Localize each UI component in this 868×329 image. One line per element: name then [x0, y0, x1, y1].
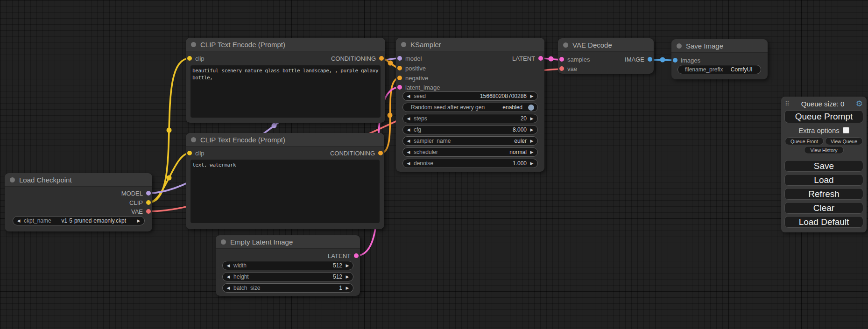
- port-dot-icon[interactable]: [648, 57, 652, 62]
- refresh-button[interactable]: Refresh: [784, 188, 863, 200]
- collapse-dot-icon[interactable]: [221, 239, 226, 245]
- node-title-bar[interactable]: Load Checkpoint: [5, 173, 152, 187]
- collapse-dot-icon[interactable]: [10, 177, 15, 182]
- decrement-arrow-icon[interactable]: ◀: [406, 139, 411, 143]
- port-dot-icon[interactable]: [187, 56, 192, 61]
- widget-batch-size[interactable]: ◀ batch_size 1 ▶: [222, 283, 353, 293]
- output-port-image[interactable]: IMAGE: [625, 56, 652, 63]
- queue-front-button[interactable]: Queue Front: [785, 137, 824, 145]
- port-dot-icon[interactable]: [538, 56, 543, 61]
- decrement-arrow-icon[interactable]: ◀: [226, 274, 231, 279]
- node-title-bar[interactable]: Empty Latent Image: [216, 235, 360, 249]
- port-dot-icon[interactable]: [146, 209, 151, 214]
- input-port-negative[interactable]: negative: [397, 74, 428, 82]
- port-dot-icon[interactable]: [146, 200, 151, 205]
- decrement-arrow-icon[interactable]: ◀: [406, 94, 411, 98]
- save-button[interactable]: Save: [784, 160, 863, 172]
- widget-ckpt-name[interactable]: ◀ ckpt_name v1-5-pruned-emaonly.ckpt ▶: [13, 216, 145, 225]
- widget-sampler-name[interactable]: ◀ sampler_name euler ▶: [402, 136, 538, 146]
- output-port-conditioning[interactable]: CONDITIONING: [331, 55, 384, 62]
- increment-arrow-icon[interactable]: ▶: [529, 94, 534, 98]
- decrement-arrow-icon[interactable]: ◀: [406, 161, 411, 166]
- extra-options-checkbox[interactable]: [843, 127, 849, 133]
- widget-height[interactable]: ◀ height 512 ▶: [222, 272, 353, 281]
- node-ksampler[interactable]: KSampler model positive negative latent_…: [396, 38, 544, 172]
- increment-arrow-icon[interactable]: ▶: [529, 127, 534, 132]
- clear-button[interactable]: Clear: [784, 202, 863, 214]
- port-dot-icon[interactable]: [559, 57, 564, 62]
- increment-arrow-icon[interactable]: ▶: [345, 274, 350, 279]
- collapse-dot-icon[interactable]: [191, 42, 196, 47]
- port-dot-icon[interactable]: [397, 85, 402, 90]
- drag-handle-icon[interactable]: ⠿: [785, 100, 790, 107]
- graph-canvas[interactable]: { "colors": { "clip_yellow": "#edc427", …: [0, 0, 868, 329]
- port-dot-icon[interactable]: [673, 58, 677, 63]
- node-vae-decode[interactable]: VAE Decode samples vae IMAGE: [558, 38, 654, 74]
- port-dot-icon[interactable]: [187, 151, 192, 155]
- widget-random-seed-toggle[interactable]: Random seed after every gen enabled: [402, 103, 538, 112]
- input-port-vae[interactable]: vae: [559, 65, 577, 72]
- node-title-bar[interactable]: VAE Decode: [558, 38, 654, 52]
- input-port-clip[interactable]: clip: [187, 149, 205, 157]
- increment-arrow-icon[interactable]: ▶: [345, 263, 350, 268]
- widget-filename-prefix[interactable]: filename_prefix ComfyUI: [677, 65, 761, 74]
- node-clip-text-encode-positive[interactable]: CLIP Text Encode (Prompt) clip CONDITION…: [186, 38, 385, 123]
- decrement-arrow-icon[interactable]: ◀: [406, 116, 411, 121]
- port-dot-icon[interactable]: [397, 76, 402, 80]
- widget-seed[interactable]: ◀ seed 156680208700286 ▶: [402, 91, 538, 101]
- widget-cfg[interactable]: ◀ cfg 8.000 ▶: [402, 125, 538, 134]
- prompt-textarea[interactable]: text, watermark: [191, 160, 380, 223]
- decrement-arrow-icon[interactable]: ◀: [406, 127, 411, 132]
- input-port-positive[interactable]: positive: [397, 64, 426, 72]
- output-port-model[interactable]: MODEL: [121, 189, 151, 197]
- increment-arrow-icon[interactable]: ▶: [529, 139, 534, 143]
- output-port-latent[interactable]: LATENT: [328, 252, 359, 259]
- prompt-textarea[interactable]: beautiful scenery nature glass bottle la…: [191, 65, 381, 118]
- port-dot-icon[interactable]: [146, 191, 151, 196]
- node-title-bar[interactable]: Save Image: [671, 39, 768, 53]
- decrement-arrow-icon[interactable]: ◀: [226, 263, 231, 268]
- collapse-dot-icon[interactable]: [191, 137, 196, 142]
- increment-arrow-icon[interactable]: ▶: [529, 161, 534, 166]
- settings-gear-icon[interactable]: ⚙: [856, 100, 863, 108]
- load-button[interactable]: Load: [784, 174, 863, 186]
- port-dot-icon[interactable]: [397, 66, 402, 70]
- load-default-button[interactable]: Load Default: [784, 216, 863, 228]
- collapse-dot-icon[interactable]: [401, 42, 406, 47]
- widget-denoise[interactable]: ◀ denoise 1.000 ▶: [402, 159, 538, 168]
- port-dot-icon[interactable]: [354, 253, 359, 258]
- increment-arrow-icon[interactable]: ▶: [136, 218, 141, 223]
- port-dot-icon[interactable]: [379, 56, 384, 61]
- node-title-bar[interactable]: CLIP Text Encode (Prompt): [186, 133, 384, 147]
- node-title-bar[interactable]: CLIP Text Encode (Prompt): [186, 38, 385, 51]
- node-empty-latent-image[interactable]: Empty Latent Image LATENT ◀ width 512 ▶ …: [216, 235, 360, 296]
- increment-arrow-icon[interactable]: ▶: [345, 286, 350, 290]
- output-port-conditioning[interactable]: CONDITIONING: [330, 149, 383, 157]
- increment-arrow-icon[interactable]: ▶: [529, 116, 534, 121]
- decrement-arrow-icon[interactable]: ◀: [16, 218, 21, 223]
- input-port-latent-image[interactable]: latent_image: [397, 84, 440, 91]
- node-title-bar[interactable]: KSampler: [396, 38, 544, 51]
- collapse-dot-icon[interactable]: [563, 42, 568, 48]
- queue-prompt-button[interactable]: Queue Prompt: [784, 110, 863, 123]
- view-queue-button[interactable]: View Queue: [825, 137, 863, 145]
- input-port-images[interactable]: images: [673, 56, 700, 64]
- view-history-button[interactable]: View History: [804, 146, 844, 154]
- widget-steps[interactable]: ◀ steps 20 ▶: [402, 114, 538, 123]
- node-load-checkpoint[interactable]: Load Checkpoint MODEL CLIP VAE ◀ ckpt_na…: [5, 173, 152, 231]
- decrement-arrow-icon[interactable]: ◀: [406, 150, 411, 154]
- input-port-model[interactable]: model: [397, 55, 422, 62]
- port-dot-icon[interactable]: [397, 56, 402, 61]
- output-port-vae[interactable]: VAE: [131, 208, 151, 215]
- output-port-latent[interactable]: LATENT: [512, 55, 543, 62]
- widget-scheduler[interactable]: ◀ scheduler normal ▶: [402, 147, 538, 157]
- port-dot-icon[interactable]: [559, 66, 564, 71]
- input-port-clip[interactable]: clip: [187, 55, 205, 62]
- decrement-arrow-icon[interactable]: ◀: [226, 286, 231, 290]
- increment-arrow-icon[interactable]: ▶: [529, 150, 534, 154]
- output-port-clip[interactable]: CLIP: [129, 199, 151, 206]
- port-dot-icon[interactable]: [378, 151, 383, 155]
- input-port-samples[interactable]: samples: [559, 56, 590, 63]
- collapse-dot-icon[interactable]: [677, 43, 682, 49]
- node-save-image[interactable]: Save Image images filename_prefix ComfyU…: [671, 39, 768, 79]
